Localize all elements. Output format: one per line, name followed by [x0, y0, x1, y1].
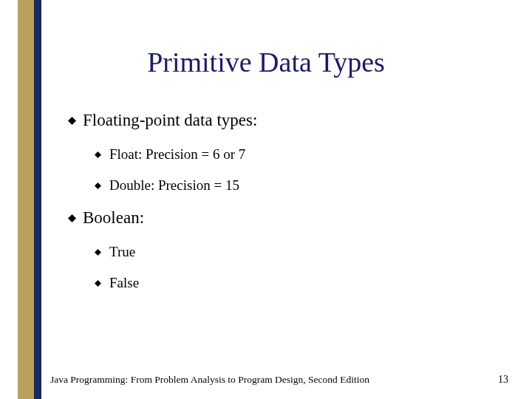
svg-marker-4 — [95, 249, 101, 256]
list-item-text: Float: Precision = 6 or 7 — [109, 146, 245, 163]
list-item: True — [95, 244, 482, 260]
list-item-text: Boolean: — [83, 208, 144, 228]
list-item: Float: Precision = 6 or 7 — [95, 146, 482, 163]
diamond-bullet-icon — [95, 146, 103, 158]
diamond-bullet-icon — [68, 208, 77, 222]
diamond-bullet-icon — [95, 244, 103, 256]
svg-marker-5 — [95, 280, 101, 287]
svg-marker-2 — [95, 183, 101, 189]
list-item: Floating-point data types: — [68, 111, 482, 130]
svg-marker-1 — [95, 151, 101, 158]
list-item-text: Double: Precision = 15 — [109, 177, 239, 194]
list-item: Boolean: — [68, 208, 482, 228]
list-item-text: False — [109, 275, 139, 291]
diamond-bullet-icon — [68, 111, 77, 125]
footer-source: Java Programming: From Problem Analysis … — [50, 374, 369, 386]
slide-title: Primitive Data Types — [0, 46, 532, 78]
list-item: False — [95, 275, 482, 291]
diamond-bullet-icon — [95, 177, 103, 189]
diamond-bullet-icon — [95, 275, 103, 287]
list-item-text: True — [109, 244, 135, 260]
slide-footer: Java Programming: From Problem Analysis … — [50, 374, 508, 386]
list-item-text: Floating-point data types: — [83, 111, 257, 130]
svg-marker-3 — [68, 214, 76, 222]
list-item: Double: Precision = 15 — [95, 177, 482, 194]
page-number: 13 — [498, 374, 508, 386]
slide-body: Floating-point data types: Float: Precis… — [68, 111, 482, 306]
svg-marker-0 — [68, 117, 76, 125]
